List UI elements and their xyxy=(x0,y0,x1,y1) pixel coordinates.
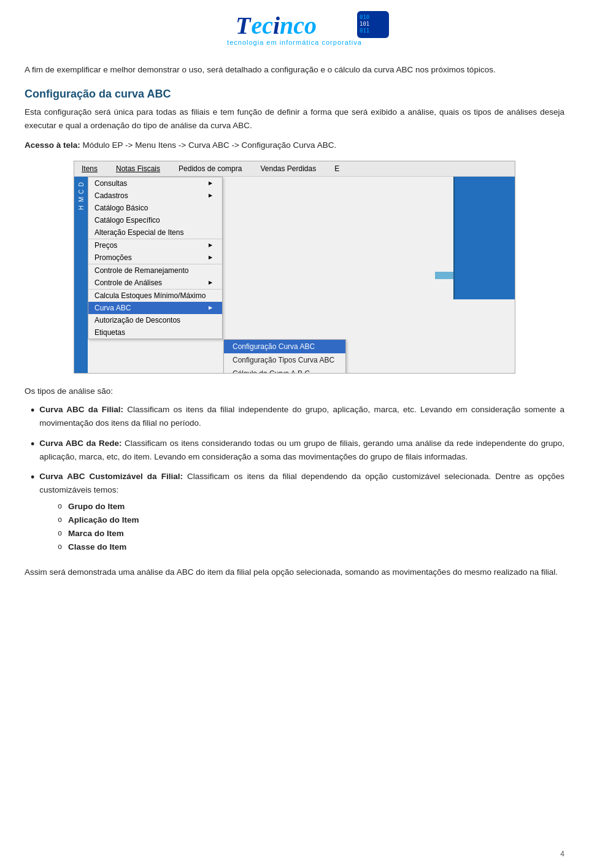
summary-text: Assim será demonstrada uma análise da AB… xyxy=(25,566,564,579)
access-line: Acesso à tela: Módulo EP -> Menu Itens -… xyxy=(25,139,564,152)
sub-bullet-list: Grupo do Item Aplicação do Item Marca do… xyxy=(58,500,564,555)
menu-bar-item-itens[interactable]: Itens xyxy=(78,163,101,174)
bullet-title-filial: Curva ABC da Filial: xyxy=(39,405,123,414)
sidebar-letter-c: C xyxy=(78,189,85,194)
access-label: Acesso à tela: xyxy=(25,140,80,150)
logo-wrapper: 010 101 011 T ec i nco xyxy=(236,11,353,40)
sub-item-classe: Classe do Item xyxy=(58,540,564,554)
svg-text:010: 010 xyxy=(360,14,369,20)
bullet-title-customizavel: Curva ABC Customizável da Filial: xyxy=(39,472,183,481)
right-blue-block xyxy=(453,177,515,299)
list-item-rede: • Curva ABC da Rede: Classificam os iten… xyxy=(31,437,564,464)
section-body: Esta configuração será única para todas … xyxy=(25,106,564,133)
menu-item-precos[interactable]: Preços xyxy=(88,239,222,252)
menu-bar-item-pedidos[interactable]: Pedidos de compra xyxy=(175,163,245,174)
bullet-title-rede: Curva ABC da Rede: xyxy=(39,439,121,448)
menu-item-alteracao[interactable]: Alteração Especial de Itens xyxy=(88,226,222,239)
bullet-text-filial: Curva ABC da Filial: Classificam os iten… xyxy=(39,403,564,431)
menu-bar: Itens Notas Fiscais Pedidos de compra Ve… xyxy=(74,161,515,177)
bullet-dot-2: • xyxy=(31,436,34,454)
menu-item-promocoes[interactable]: Promoções xyxy=(88,252,222,264)
submenu-item-calculo[interactable]: Cálculo da Curva A.B.C xyxy=(224,367,345,374)
submenu-curva-abc: Configuração Curva ABC Configuração Tipo… xyxy=(223,339,346,374)
menu-bar-item-notas[interactable]: Notas Fiscais xyxy=(112,163,164,174)
analysis-intro: Os tipos de análise são: xyxy=(25,385,564,398)
logo-bits-icon: 010 101 011 xyxy=(357,11,389,38)
menu-screenshot: Itens Notas Fiscais Pedidos de compra Ve… xyxy=(74,161,515,374)
list-item-filial: • Curva ABC da Filial: Classificam os it… xyxy=(31,403,564,431)
menu-item-curva-abc[interactable]: Curva ABC xyxy=(88,302,222,314)
svg-text:011: 011 xyxy=(360,28,369,34)
bullet-text-customizavel: Curva ABC Customizável da Filial: Classi… xyxy=(39,470,564,557)
menu-bar-item-vendas[interactable]: Vendas Perdidas xyxy=(256,163,320,174)
list-item-customizavel: • Curva ABC Customizável da Filial: Clas… xyxy=(31,470,564,557)
menu-bar-item-e[interactable]: E xyxy=(331,163,343,174)
menu-area: D C M H Consultas Cadastros Catálogo Bás… xyxy=(74,177,515,373)
page-number: 4 xyxy=(560,850,564,858)
page: 010 101 011 T ec i nco tecnologia em inf… xyxy=(0,0,589,868)
menu-sidebar: D C M H xyxy=(74,177,88,373)
analysis-types: Os tipos de análise são: • Curva ABC da … xyxy=(25,385,564,579)
bullet-text-rede: Curva ABC da Rede: Classificam os itens … xyxy=(39,437,564,464)
menu-item-analises[interactable]: Controle de Análises xyxy=(88,277,222,289)
sub-item-grupo: Grupo do Item xyxy=(58,500,564,513)
menu-item-etiquetas[interactable]: Etiquetas xyxy=(88,326,222,339)
bullet-list: • Curva ABC da Filial: Classificam os it… xyxy=(31,403,564,557)
menu-item-remanejamento[interactable]: Controle de Remanejamento xyxy=(88,264,222,277)
menu-item-autorizacao[interactable]: Autorização de Descontos xyxy=(88,314,222,326)
sidebar-letter-h: H xyxy=(78,205,85,210)
dropdown-menu: Consultas Cadastros Catálogo Básico Catá… xyxy=(88,177,223,339)
bullet-dot-1: • xyxy=(31,402,34,420)
menu-item-consultas[interactable]: Consultas xyxy=(88,177,222,190)
menu-item-catalogo-especifico[interactable]: Catálogo Específico xyxy=(88,214,222,226)
submenu-item-config-curva[interactable]: Configuração Curva ABC xyxy=(224,340,345,353)
sub-item-aplicacao: Aplicação do Item xyxy=(58,513,564,527)
sub-item-aplicacao-text: Aplicação do Item xyxy=(68,513,139,527)
logo-container: 010 101 011 T ec i nco tecnologia em inf… xyxy=(227,11,362,46)
menu-item-estoques[interactable]: Calcula Estoques Mínimo/Máximo xyxy=(88,289,222,302)
sidebar-letter-m: M xyxy=(78,196,85,202)
menu-item-cadastros[interactable]: Cadastros xyxy=(88,190,222,202)
sidebar-letter-d: D xyxy=(78,182,85,186)
header: 010 101 011 T ec i nco tecnologia em inf… xyxy=(25,0,564,52)
sub-item-classe-text: Classe do Item xyxy=(68,540,126,554)
access-text: Módulo EP -> Menu Itens -> Curva ABC -> … xyxy=(83,140,337,150)
sub-item-grupo-text: Grupo do Item xyxy=(68,500,125,513)
intro-paragraph: A fim de exemplificar e melhor demonstra… xyxy=(25,63,564,77)
svg-text:101: 101 xyxy=(360,21,369,27)
submenu-item-config-tipos[interactable]: Configuração Tipos Curva ABC xyxy=(224,353,345,367)
section-title: Configuração da curva ABC xyxy=(25,88,564,101)
logo-text: T ec i nco xyxy=(236,11,353,40)
right-blue-accent xyxy=(435,272,453,279)
menu-item-catalogo-basico[interactable]: Catálogo Básico xyxy=(88,202,222,214)
bullet-dot-3: • xyxy=(31,469,34,487)
sub-item-marca: Marca do Item xyxy=(58,527,564,540)
menu-content: Consultas Cadastros Catálogo Básico Catá… xyxy=(88,177,515,373)
sub-item-marca-text: Marca do Item xyxy=(68,527,124,540)
